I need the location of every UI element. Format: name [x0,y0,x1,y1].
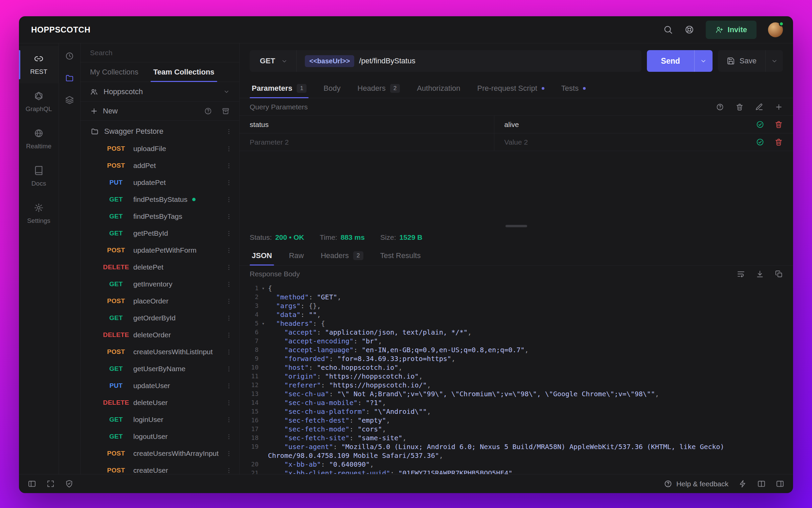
request-item[interactable]: DELETEdeletePet [81,259,239,276]
new-collection-button[interactable]: New [90,107,118,115]
kebab-menu-icon[interactable] [225,315,232,322]
sidebar-item-realtime[interactable]: Realtime [19,121,59,158]
collections-tab-my-collections[interactable]: My Collections [83,62,146,82]
request-item[interactable]: GETgetUserByName [81,360,239,377]
avatar[interactable] [768,22,783,37]
fold-arrow-icon[interactable]: ▾ [258,284,268,293]
kebab-menu-icon[interactable] [225,348,232,356]
kebab-menu-icon[interactable] [225,145,232,152]
request-item[interactable]: GETgetPetById [81,225,239,242]
response-body-code[interactable]: 1▾{2 "method": "GET",3 "args": {},4 "dat… [240,282,793,474]
help-icon[interactable] [716,103,724,111]
save-options-button[interactable] [765,50,783,72]
parameter-value-input[interactable]: Value 2 [494,133,756,151]
tab-pre-request-script[interactable]: Pre-request Script [470,79,552,98]
url-input[interactable]: <<baseUrl>> /pet/findByStatus [297,55,641,67]
response-tab-headers[interactable]: Headers2 [313,246,371,265]
request-item[interactable]: GETfindPetsByTags [81,208,239,225]
delete-parameter-icon[interactable] [774,120,783,129]
kebab-menu-icon[interactable] [225,128,232,135]
request-item[interactable]: POSTcreateUser [81,462,239,474]
copy-icon[interactable] [775,270,783,278]
support-icon[interactable] [684,25,694,35]
tab-tests[interactable]: Tests [554,79,593,98]
kebab-menu-icon[interactable] [225,416,232,423]
response-tab-json[interactable]: JSON [244,246,279,265]
request-item[interactable]: GETgetInventory [81,276,239,293]
collection-folder[interactable]: Swagger Petstore [81,123,239,140]
kebab-menu-icon[interactable] [225,179,232,186]
kebab-menu-icon[interactable] [225,230,232,237]
collections-tab-team-collections[interactable]: Team Collections [146,62,222,82]
sidebar-item-rest[interactable]: REST [19,46,59,83]
archive-icon[interactable] [222,107,230,115]
tab-authorization[interactable]: Authorization [409,79,468,98]
parameter-value-input[interactable]: alive [494,116,756,133]
rail-item-history[interactable] [65,51,74,61]
add-parameter-icon[interactable] [775,103,783,111]
kebab-menu-icon[interactable] [225,382,232,389]
request-item[interactable]: POSTcreateUsersWithListInput [81,343,239,360]
download-icon[interactable] [756,270,764,278]
invite-button[interactable]: Invite [706,21,757,39]
rail-item-environments[interactable] [65,96,74,105]
kebab-menu-icon[interactable] [225,450,232,457]
kebab-menu-icon[interactable] [225,281,232,288]
request-item[interactable]: POSTplaceOrder [81,293,239,310]
rail-item-collections[interactable] [65,73,74,83]
request-item[interactable]: DELETEdeleteUser [81,394,239,411]
delete-parameter-icon[interactable] [774,138,783,146]
fold-arrow-icon[interactable]: ▾ [258,319,268,328]
wrap-lines-icon[interactable] [737,270,745,278]
bulk-edit-icon[interactable] [755,103,763,111]
kebab-menu-icon[interactable] [225,162,232,169]
response-tab-raw[interactable]: Raw [281,246,311,265]
shortcuts-icon[interactable] [739,480,747,488]
kebab-menu-icon[interactable] [225,467,232,474]
toggle-sidebar-icon[interactable] [28,480,36,488]
sidebar-item-settings[interactable]: Settings [19,195,59,232]
request-item[interactable]: GETfindPetsByStatus [81,191,239,208]
toggle-right-panel-icon[interactable] [776,480,784,488]
kebab-menu-icon[interactable] [225,399,232,406]
request-item[interactable]: GETgetOrderById [81,310,239,326]
help-icon[interactable] [204,107,212,115]
kebab-menu-icon[interactable] [225,213,232,220]
sidebar-item-graphql[interactable]: GraphQL [19,83,59,121]
request-item[interactable]: GETloginUser [81,411,239,428]
request-item[interactable]: PUTupdatePet [81,174,239,191]
search-icon[interactable] [663,25,673,35]
tab-headers[interactable]: Headers2 [350,79,408,98]
request-item[interactable]: PUTupdateUser [81,377,239,394]
response-tab-test-results[interactable]: Test Results [373,246,428,265]
request-item[interactable]: POSTupdatePetWithForm [81,242,239,259]
parameter-key-input[interactable]: status [240,116,494,133]
kebab-menu-icon[interactable] [225,298,232,305]
pane-resize-handle[interactable] [505,225,527,227]
column-layout-icon[interactable] [757,480,766,488]
request-item[interactable]: POSTcreateUsersWithArrayInput [81,445,239,462]
save-button[interactable]: Save [718,50,765,72]
expand-icon[interactable] [46,480,55,488]
request-item[interactable]: POSTaddPet [81,157,239,174]
tab-parameters[interactable]: Parameters1 [244,79,314,98]
kebab-menu-icon[interactable] [225,264,232,271]
request-item[interactable]: POSTuploadFile [81,140,239,157]
toggle-active-icon[interactable] [756,120,764,129]
sidebar-item-docs[interactable]: Docs [19,158,59,195]
request-item[interactable]: DELETEdeleteOrder [81,326,239,343]
request-item[interactable]: GETlogoutUser [81,428,239,445]
kebab-menu-icon[interactable] [225,365,232,373]
team-selector[interactable]: Hoppscotch [81,82,239,102]
tab-body[interactable]: Body [316,79,348,98]
help-feedback-button[interactable]: Help & feedback [664,480,728,488]
kebab-menu-icon[interactable] [225,196,232,203]
method-select[interactable]: GET [250,50,297,72]
toggle-active-icon[interactable] [756,138,764,146]
kebab-menu-icon[interactable] [225,433,232,440]
send-button[interactable]: Send [647,50,694,72]
kebab-menu-icon[interactable] [225,247,232,254]
shield-check-icon[interactable] [65,480,73,488]
clear-all-icon[interactable] [736,103,744,111]
collections-search-input[interactable]: Search [81,43,239,62]
